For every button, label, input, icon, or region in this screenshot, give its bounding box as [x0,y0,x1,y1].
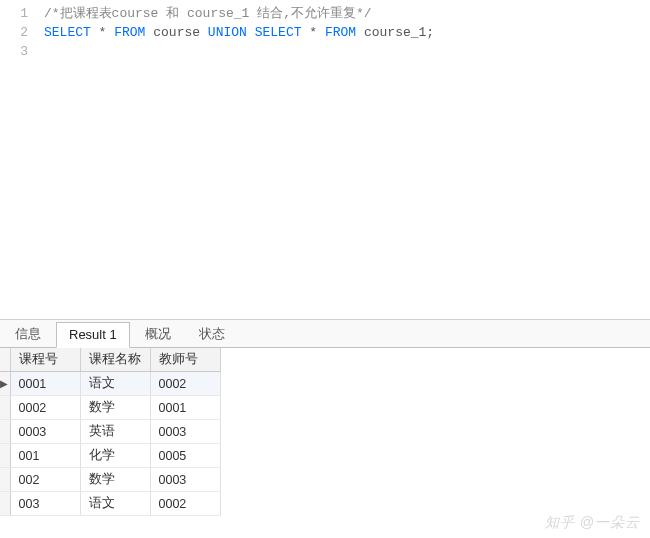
table-row[interactable]: 001化学0005 [0,444,220,468]
result-table[interactable]: 课程号课程名称教师号 ▶0001语文00020002数学00010003英语00… [0,348,221,516]
column-header[interactable]: 课程名称 [80,348,150,372]
cell[interactable]: 语文 [80,492,150,516]
cell[interactable]: 0003 [150,468,220,492]
code-line[interactable] [44,42,650,61]
result-header-row: 课程号课程名称教师号 [0,348,220,372]
table-row[interactable]: 002数学0003 [0,468,220,492]
table-row[interactable]: 003语文0002 [0,492,220,516]
sql-editor-pane: 123 /*把课程表course 和 course_1 结合,不允许重复*/SE… [0,0,650,320]
tab-状态[interactable]: 状态 [186,320,238,348]
cell[interactable]: 0002 [150,492,220,516]
line-number: 2 [0,23,28,42]
cell[interactable]: 0002 [150,372,220,396]
tab-信息[interactable]: 信息 [2,320,54,348]
watermark: 知乎 @一朵云 [545,514,640,532]
sql-code-area[interactable]: /*把课程表course 和 course_1 结合,不允许重复*/SELECT… [38,0,650,319]
tab-result-1[interactable]: Result 1 [56,322,130,348]
cell[interactable]: 002 [10,468,80,492]
code-line[interactable]: /*把课程表course 和 course_1 结合,不允许重复*/ [44,4,650,23]
table-row[interactable]: ▶0001语文0002 [0,372,220,396]
column-header[interactable]: 教师号 [150,348,220,372]
row-marker [0,492,10,516]
cell[interactable]: 数学 [80,468,150,492]
row-marker: ▶ [0,372,10,396]
cell[interactable]: 数学 [80,396,150,420]
row-marker [0,444,10,468]
table-row[interactable]: 0003英语0003 [0,420,220,444]
cell[interactable]: 003 [10,492,80,516]
result-body: ▶0001语文00020002数学00010003英语0003001化学0005… [0,372,220,516]
column-header[interactable]: 课程号 [10,348,80,372]
row-marker [0,468,10,492]
result-grid-wrap: 课程号课程名称教师号 ▶0001语文00020002数学00010003英语00… [0,348,650,516]
cell[interactable]: 语文 [80,372,150,396]
line-number-gutter: 123 [0,0,38,319]
row-marker-header [0,348,10,372]
tab-概况[interactable]: 概况 [132,320,184,348]
cell[interactable]: 0002 [10,396,80,420]
cell[interactable]: 001 [10,444,80,468]
cell[interactable]: 0001 [10,372,80,396]
line-number: 3 [0,42,28,61]
cell[interactable]: 0001 [150,396,220,420]
cell[interactable]: 英语 [80,420,150,444]
cell[interactable]: 0003 [10,420,80,444]
line-number: 1 [0,4,28,23]
row-marker [0,420,10,444]
table-row[interactable]: 0002数学0001 [0,396,220,420]
code-line[interactable]: SELECT * FROM course UNION SELECT * FROM… [44,23,650,42]
row-marker [0,396,10,420]
cell[interactable]: 化学 [80,444,150,468]
cell[interactable]: 0005 [150,444,220,468]
result-tabs: 信息Result 1概况状态 [0,320,650,348]
cell[interactable]: 0003 [150,420,220,444]
